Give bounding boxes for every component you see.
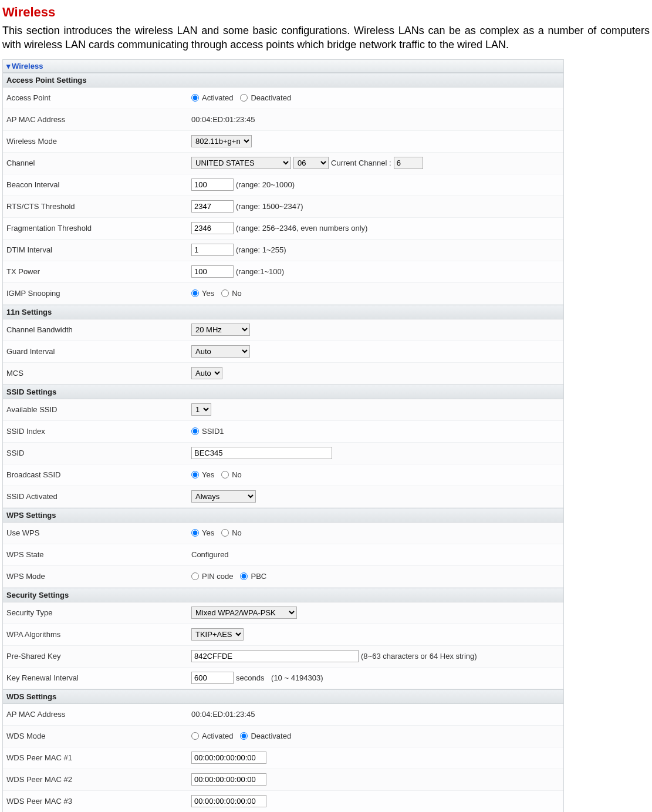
radio-wps-pbc[interactable]: PBC [240, 572, 266, 581]
value-wds-apmac: 00:04:ED:01:23:45 [191, 710, 255, 719]
row-rts: RTS/CTS Threshold (range: 1500~2347) [3, 196, 563, 218]
input-txpower[interactable] [191, 265, 234, 278]
label-mcs: MCS [6, 369, 191, 378]
input-dtim[interactable] [191, 244, 234, 256]
row-igmp: IGMP Snooping Yes No [3, 283, 563, 305]
row-access-point: Access Point Activated Deactivated [3, 87, 563, 109]
radio-ssid1-input[interactable] [191, 427, 199, 435]
input-ssid[interactable] [191, 447, 332, 459]
radio-broadcast-yes-input[interactable] [191, 471, 199, 479]
input-beacon[interactable] [191, 178, 234, 191]
section-header-11n: 11n Settings [3, 305, 563, 319]
row-sec-type: Security Type Mixed WPA2/WPA-PSK [3, 602, 563, 624]
hint-frag: (range: 256~2346, even numbers only) [236, 224, 367, 233]
label-rts: RTS/CTS Threshold [6, 202, 191, 211]
panel-title: Wireless [12, 62, 43, 70]
label-ssid-activated: SSID Activated [6, 492, 191, 501]
input-wds-peer1[interactable] [191, 752, 266, 764]
label-psk: Pre-Shared Key [6, 652, 191, 661]
select-mcs[interactable]: Auto [191, 367, 222, 379]
row-ap-mac: AP MAC Address 00:04:ED:01:23:45 [3, 109, 563, 131]
row-wds-peer2: WDS Peer MAC #2 [3, 769, 563, 791]
row-avail-ssid: Available SSID 1 [3, 399, 563, 421]
row-txpower: TX Power (range:1~100) [3, 261, 563, 283]
row-psk: Pre-Shared Key (8~63 characters or 64 He… [3, 646, 563, 668]
row-wds-peer1: WDS Peer MAC #1 [3, 747, 563, 769]
hint-beacon: (range: 20~1000) [236, 180, 295, 189]
radio-wps-pin[interactable]: PIN code [191, 572, 233, 581]
radio-access-point-deactivated[interactable]: Deactivated [240, 93, 291, 102]
hint-psk: (8~63 characters or 64 Hex string) [361, 652, 477, 661]
label-bw: Channel Bandwidth [6, 325, 191, 334]
row-ssid-activated: SSID Activated Always [3, 486, 563, 508]
select-ssid-activated[interactable]: Always [191, 490, 256, 503]
label-ap-mac: AP MAC Address [6, 115, 191, 124]
unit-key-renewal: seconds [236, 673, 264, 682]
hint-key-renewal: (10 ~ 4194303) [271, 673, 323, 682]
label-dtim: DTIM Interval [6, 245, 191, 254]
select-wireless-mode[interactable]: 802.11b+g+n [191, 135, 252, 147]
input-wds-peer2[interactable] [191, 773, 266, 786]
row-bw: Channel Bandwidth 20 MHz [3, 319, 563, 341]
radio-wds-activated[interactable]: Activated [191, 732, 233, 740]
radio-wps-yes[interactable]: Yes [191, 528, 214, 537]
label-wps-mode: WPS Mode [6, 572, 191, 581]
label-wds-peer1: WDS Peer MAC #1 [6, 753, 191, 762]
select-bw[interactable]: 20 MHz [191, 324, 250, 336]
radio-wds-deactivated[interactable]: Deactivated [240, 732, 291, 740]
label-txpower: TX Power [6, 267, 191, 276]
label-frag: Fragmentation Threshold [6, 224, 191, 233]
row-beacon: Beacon Interval (range: 20~1000) [3, 174, 563, 196]
label-ssid: SSID [6, 449, 191, 457]
row-use-wps: Use WPS Yes No [3, 523, 563, 544]
radio-wps-yes-input[interactable] [191, 529, 199, 537]
radio-wps-no-input[interactable] [221, 529, 229, 537]
select-channel-number[interactable]: 06 [293, 157, 329, 169]
radio-wds-activated-input[interactable] [191, 732, 199, 740]
section-header-wps: WPS Settings [3, 508, 563, 523]
radio-wps-no[interactable]: No [221, 528, 242, 537]
radio-ap-deactivated-input[interactable] [240, 94, 248, 102]
row-wds-mode: WDS Mode Activated Deactivated [3, 726, 563, 747]
wireless-panel: ▾Wireless Access Point Settings Access P… [2, 59, 564, 812]
radio-ap-activated-input[interactable] [191, 94, 199, 102]
input-wds-peer3[interactable] [191, 795, 266, 807]
radio-broadcast-no[interactable]: No [221, 470, 242, 479]
label-use-wps: Use WPS [6, 528, 191, 537]
input-psk[interactable] [191, 650, 359, 662]
radio-igmp-yes-input[interactable] [191, 289, 199, 297]
radio-igmp-no[interactable]: No [221, 289, 242, 298]
label-wds-peer2: WDS Peer MAC #2 [6, 775, 191, 784]
label-sec-type: Security Type [6, 608, 191, 617]
row-broadcast: Broadcast SSID Yes No [3, 464, 563, 486]
radio-igmp-no-input[interactable] [221, 289, 229, 297]
row-wps-mode: WPS Mode PIN code PBC [3, 566, 563, 588]
label-igmp: IGMP Snooping [6, 289, 191, 298]
radio-wds-deactivated-input[interactable] [240, 732, 248, 740]
page-title: Wireless [2, 5, 652, 20]
row-wps-state: WPS State Configured [3, 544, 563, 566]
radio-wps-pbc-input[interactable] [240, 572, 248, 580]
radio-access-point-activated[interactable]: Activated [191, 93, 233, 102]
value-ap-mac: 00:04:ED:01:23:45 [191, 115, 255, 124]
radio-ssid1[interactable]: SSID1 [191, 427, 224, 436]
select-avail-ssid[interactable]: 1 [191, 403, 211, 416]
radio-broadcast-no-input[interactable] [221, 471, 229, 479]
select-wpa-alg[interactable]: TKIP+AES [191, 628, 244, 641]
label-wireless-mode: Wireless Mode [6, 137, 191, 146]
select-sec-type[interactable]: Mixed WPA2/WPA-PSK [191, 607, 297, 619]
section-header-wds: WDS Settings [3, 689, 563, 704]
panel-title-bar[interactable]: ▾Wireless [3, 59, 563, 73]
radio-wps-pin-input[interactable] [191, 572, 199, 580]
radio-igmp-yes[interactable]: Yes [191, 289, 214, 298]
input-current-channel [394, 157, 423, 169]
label-beacon: Beacon Interval [6, 180, 191, 189]
select-gi[interactable]: Auto [191, 345, 250, 358]
input-rts[interactable] [191, 200, 234, 213]
select-channel-country[interactable]: UNITED STATES [191, 157, 291, 169]
row-dtim: DTIM Interval (range: 1~255) [3, 240, 563, 261]
radio-broadcast-yes[interactable]: Yes [191, 470, 214, 479]
input-frag[interactable] [191, 222, 234, 234]
label-wpa-alg: WPA Algorithms [6, 630, 191, 639]
input-key-renewal[interactable] [191, 672, 234, 684]
